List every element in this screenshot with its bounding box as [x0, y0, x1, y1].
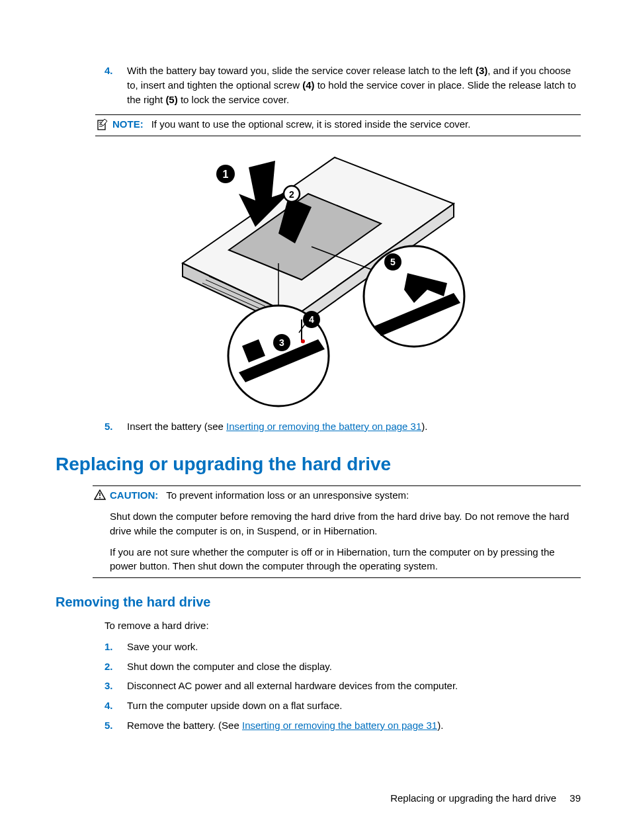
caution-callout-wrap: CAUTION: To prevent information loss or …	[93, 485, 581, 578]
intro-text: To remove a hard drive:	[105, 618, 581, 633]
footer-title: Replacing or upgrading the hard drive	[390, 792, 556, 804]
step-number: 4.	[105, 63, 127, 106]
note-label: NOTE:	[112, 117, 144, 132]
illustration-wrap: 1 2 4 3 5	[56, 144, 581, 409]
svg-text:2: 2	[289, 189, 294, 200]
caution-icon	[93, 488, 107, 500]
step-text: With the battery bay toward you, slide t…	[127, 63, 581, 106]
caution-label: CAUTION:	[110, 488, 158, 503]
remove-step-4: 4. Turn the computer upside down on a fl…	[105, 698, 581, 713]
section-heading: Replacing or upgrading the hard drive	[56, 451, 581, 478]
laptop-bottom-illustration: 1 2 4 3 5	[163, 144, 474, 409]
caution-para-1: Shut down the computer before removing t…	[110, 509, 581, 538]
caution-lead: To prevent information loss or an unresp…	[166, 488, 581, 503]
subsection-heading: Removing the hard drive	[56, 593, 581, 612]
remove-step-2: 2. Shut down the computer and close the …	[105, 659, 581, 674]
removing-intro-block: To remove a hard drive: 1. Save your wor…	[105, 618, 581, 733]
step-number: 5.	[105, 419, 127, 434]
remove-step-1: 1. Save your work.	[105, 640, 581, 654]
step-4: 4. With the battery bay toward you, slid…	[105, 63, 581, 106]
svg-point-33	[99, 497, 101, 499]
svg-text:1: 1	[223, 169, 229, 180]
step-block: 4. With the battery bay toward you, slid…	[105, 63, 581, 106]
removing-steps-list: 1. Save your work. 2. Shut down the comp…	[105, 640, 581, 733]
svg-text:5: 5	[390, 257, 396, 267]
step-text: Insert the battery (see Inserting or rem…	[127, 419, 581, 434]
step-5: 5. Insert the battery (see Inserting or …	[105, 419, 581, 434]
remove-step-3: 3. Disconnect AC power and all external …	[105, 679, 581, 693]
note-callout: NOTE: If you want to use the optional sc…	[95, 114, 581, 136]
caution-callout: CAUTION: To prevent information loss or …	[93, 485, 581, 578]
page-footer: Replacing or upgrading the hard drive 39	[390, 791, 581, 806]
svg-point-19	[301, 339, 305, 343]
note-text: If you want to use the optional screw, i…	[151, 117, 581, 132]
xref-battery-link-2[interactable]: Inserting or removing the battery on pag…	[242, 720, 437, 731]
caution-para-2: If you are not sure whether the computer…	[110, 545, 581, 574]
svg-text:3: 3	[279, 337, 284, 348]
page-number: 39	[569, 792, 581, 804]
step-block-2: 5. Insert the battery (see Inserting or …	[105, 419, 581, 434]
svg-text:4: 4	[309, 314, 314, 325]
note-callout-wrap: NOTE: If you want to use the optional sc…	[95, 114, 581, 136]
note-icon	[95, 117, 110, 130]
remove-step-5: 5. Remove the battery. (See Inserting or…	[105, 718, 581, 733]
xref-battery-link[interactable]: Inserting or removing the battery on pag…	[226, 421, 421, 432]
caution-body: Shut down the computer before removing t…	[93, 509, 581, 573]
